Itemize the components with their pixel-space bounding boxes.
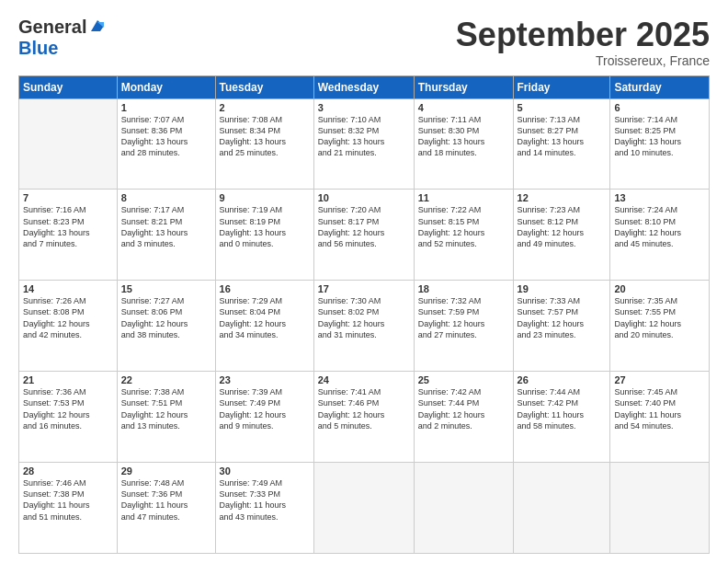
weekday-header-row: SundayMondayTuesdayWednesdayThursdayFrid… xyxy=(19,75,710,98)
calendar-cell: 12Sunrise: 7:23 AM Sunset: 8:12 PM Dayli… xyxy=(513,190,610,281)
calendar-cell: 25Sunrise: 7:42 AM Sunset: 7:44 PM Dayli… xyxy=(414,372,513,463)
day-info: Sunrise: 7:39 AM Sunset: 7:49 PM Dayligh… xyxy=(220,386,310,431)
calendar-cell: 18Sunrise: 7:32 AM Sunset: 7:59 PM Dayli… xyxy=(414,281,513,372)
calendar-cell: 4Sunrise: 7:11 AM Sunset: 8:30 PM Daylig… xyxy=(414,98,513,190)
day-info: Sunrise: 7:30 AM Sunset: 8:02 PM Dayligh… xyxy=(318,295,410,340)
day-info: Sunrise: 7:46 AM Sunset: 7:38 PM Dayligh… xyxy=(23,477,113,523)
calendar-cell: 28Sunrise: 7:46 AM Sunset: 7:38 PM Dayli… xyxy=(19,463,118,554)
calendar-week-row: 21Sunrise: 7:36 AM Sunset: 7:53 PM Dayli… xyxy=(19,372,710,463)
day-info: Sunrise: 7:41 AM Sunset: 7:46 PM Dayligh… xyxy=(318,386,410,431)
logo: General Blue xyxy=(18,17,106,59)
calendar-cell: 13Sunrise: 7:24 AM Sunset: 8:10 PM Dayli… xyxy=(610,190,710,281)
weekday-header: Thursday xyxy=(414,75,513,98)
location: Troissereux, France xyxy=(456,53,710,68)
day-info: Sunrise: 7:49 AM Sunset: 7:33 PM Dayligh… xyxy=(220,477,310,523)
calendar-cell xyxy=(414,463,513,554)
header: General Blue September 2025 Troissereux,… xyxy=(18,17,710,68)
calendar-cell: 30Sunrise: 7:49 AM Sunset: 7:33 PM Dayli… xyxy=(215,463,313,554)
calendar-cell: 19Sunrise: 7:33 AM Sunset: 7:57 PM Dayli… xyxy=(513,281,610,372)
calendar-cell: 6Sunrise: 7:14 AM Sunset: 8:25 PM Daylig… xyxy=(610,98,710,190)
day-number: 6 xyxy=(614,102,705,113)
day-number: 17 xyxy=(318,283,410,294)
calendar-cell: 21Sunrise: 7:36 AM Sunset: 7:53 PM Dayli… xyxy=(19,372,118,463)
title-block: September 2025 Troissereux, France xyxy=(456,17,710,68)
calendar-cell: 20Sunrise: 7:35 AM Sunset: 7:55 PM Dayli… xyxy=(610,281,710,372)
day-number: 30 xyxy=(220,465,310,477)
day-number: 3 xyxy=(318,102,410,113)
calendar-cell: 7Sunrise: 7:16 AM Sunset: 8:23 PM Daylig… xyxy=(19,190,118,281)
day-info: Sunrise: 7:29 AM Sunset: 8:04 PM Dayligh… xyxy=(220,295,310,340)
calendar-cell: 17Sunrise: 7:30 AM Sunset: 8:02 PM Dayli… xyxy=(313,281,414,372)
day-number: 5 xyxy=(518,102,607,113)
month-title: September 2025 xyxy=(456,17,710,53)
calendar-week-row: 1Sunrise: 7:07 AM Sunset: 8:36 PM Daylig… xyxy=(19,98,710,190)
day-number: 14 xyxy=(23,283,113,294)
day-number: 10 xyxy=(318,192,410,203)
calendar-cell xyxy=(19,98,118,190)
day-number: 9 xyxy=(220,192,310,203)
day-number: 2 xyxy=(220,102,310,113)
day-number: 20 xyxy=(614,283,705,294)
calendar-cell: 5Sunrise: 7:13 AM Sunset: 8:27 PM Daylig… xyxy=(513,98,610,190)
day-number: 27 xyxy=(614,374,705,385)
calendar-week-row: 7Sunrise: 7:16 AM Sunset: 8:23 PM Daylig… xyxy=(19,190,710,281)
day-number: 23 xyxy=(220,374,310,385)
calendar-cell: 8Sunrise: 7:17 AM Sunset: 8:21 PM Daylig… xyxy=(117,190,215,281)
calendar-cell xyxy=(610,463,710,554)
day-number: 25 xyxy=(418,374,509,385)
calendar-cell xyxy=(513,463,610,554)
calendar-cell: 1Sunrise: 7:07 AM Sunset: 8:36 PM Daylig… xyxy=(117,98,215,190)
day-number: 24 xyxy=(318,374,410,385)
weekday-header: Tuesday xyxy=(215,75,313,98)
weekday-header: Monday xyxy=(117,75,215,98)
calendar-body: 1Sunrise: 7:07 AM Sunset: 8:36 PM Daylig… xyxy=(19,98,710,553)
day-info: Sunrise: 7:13 AM Sunset: 8:27 PM Dayligh… xyxy=(518,114,607,159)
calendar-cell: 26Sunrise: 7:44 AM Sunset: 7:42 PM Dayli… xyxy=(513,372,610,463)
logo-general-text: General xyxy=(18,17,86,38)
day-number: 12 xyxy=(518,192,607,203)
weekday-header: Wednesday xyxy=(313,75,414,98)
calendar-cell: 2Sunrise: 7:08 AM Sunset: 8:34 PM Daylig… xyxy=(215,98,313,190)
calendar-cell: 11Sunrise: 7:22 AM Sunset: 8:15 PM Dayli… xyxy=(414,190,513,281)
day-info: Sunrise: 7:48 AM Sunset: 7:36 PM Dayligh… xyxy=(121,477,211,523)
day-info: Sunrise: 7:42 AM Sunset: 7:44 PM Dayligh… xyxy=(418,386,509,431)
calendar-cell: 14Sunrise: 7:26 AM Sunset: 8:08 PM Dayli… xyxy=(19,281,118,372)
day-info: Sunrise: 7:24 AM Sunset: 8:10 PM Dayligh… xyxy=(614,204,705,249)
calendar-table: SundayMondayTuesdayWednesdayThursdayFrid… xyxy=(18,75,710,554)
day-number: 22 xyxy=(121,374,211,385)
day-info: Sunrise: 7:36 AM Sunset: 7:53 PM Dayligh… xyxy=(23,386,113,431)
calendar-cell: 23Sunrise: 7:39 AM Sunset: 7:49 PM Dayli… xyxy=(215,372,313,463)
day-number: 13 xyxy=(614,192,705,203)
calendar-cell: 29Sunrise: 7:48 AM Sunset: 7:36 PM Dayli… xyxy=(117,463,215,554)
day-info: Sunrise: 7:17 AM Sunset: 8:21 PM Dayligh… xyxy=(121,204,211,249)
calendar-cell: 9Sunrise: 7:19 AM Sunset: 8:19 PM Daylig… xyxy=(215,190,313,281)
day-info: Sunrise: 7:08 AM Sunset: 8:34 PM Dayligh… xyxy=(220,114,310,159)
calendar-week-row: 14Sunrise: 7:26 AM Sunset: 8:08 PM Dayli… xyxy=(19,281,710,372)
day-number: 8 xyxy=(121,192,211,203)
day-info: Sunrise: 7:20 AM Sunset: 8:17 PM Dayligh… xyxy=(318,204,410,249)
day-info: Sunrise: 7:38 AM Sunset: 7:51 PM Dayligh… xyxy=(121,386,211,431)
day-number: 11 xyxy=(418,192,509,203)
logo-blue-text: Blue xyxy=(18,38,58,59)
calendar-cell: 15Sunrise: 7:27 AM Sunset: 8:06 PM Dayli… xyxy=(117,281,215,372)
calendar-cell: 10Sunrise: 7:20 AM Sunset: 8:17 PM Dayli… xyxy=(313,190,414,281)
weekday-header: Sunday xyxy=(19,75,118,98)
weekday-header: Saturday xyxy=(610,75,710,98)
day-number: 18 xyxy=(418,283,509,294)
calendar-cell: 16Sunrise: 7:29 AM Sunset: 8:04 PM Dayli… xyxy=(215,281,313,372)
day-info: Sunrise: 7:45 AM Sunset: 7:40 PM Dayligh… xyxy=(614,386,705,431)
day-number: 4 xyxy=(418,102,509,113)
calendar-cell: 3Sunrise: 7:10 AM Sunset: 8:32 PM Daylig… xyxy=(313,98,414,190)
day-number: 28 xyxy=(23,465,113,477)
day-number: 1 xyxy=(121,102,211,113)
day-number: 16 xyxy=(220,283,310,294)
day-info: Sunrise: 7:44 AM Sunset: 7:42 PM Dayligh… xyxy=(518,386,607,431)
calendar-cell xyxy=(313,463,414,554)
day-number: 19 xyxy=(518,283,607,294)
day-number: 21 xyxy=(23,374,113,385)
calendar-week-row: 28Sunrise: 7:46 AM Sunset: 7:38 PM Dayli… xyxy=(19,463,710,554)
calendar-cell: 27Sunrise: 7:45 AM Sunset: 7:40 PM Dayli… xyxy=(610,372,710,463)
day-info: Sunrise: 7:32 AM Sunset: 7:59 PM Dayligh… xyxy=(418,295,509,340)
page: General Blue September 2025 Troissereux,… xyxy=(0,0,728,563)
day-info: Sunrise: 7:23 AM Sunset: 8:12 PM Dayligh… xyxy=(518,204,607,249)
